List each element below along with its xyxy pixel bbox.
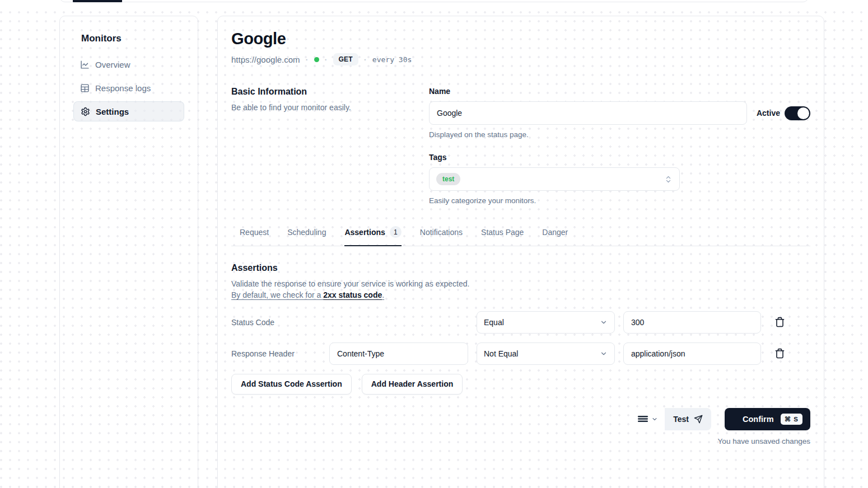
basic-information-description: Be able to find your monitor easily.	[231, 102, 429, 113]
monitors-sidebar: Monitors Overview Response logs Settings	[59, 16, 198, 488]
assertions-count-badge: 1	[390, 226, 402, 238]
monitor-title: Google	[231, 30, 810, 48]
region-selector[interactable]	[631, 408, 665, 430]
status-dot	[314, 57, 319, 62]
delete-assertion-button[interactable]	[769, 344, 790, 364]
chevron-down-icon	[651, 416, 658, 423]
basic-information-section: Basic Information Be able to find your m…	[231, 87, 810, 205]
tag-pill: test	[436, 173, 460, 185]
previous-card-bottom-edge	[59, 0, 809, 2]
sidebar-item-settings[interactable]: Settings	[73, 101, 184, 121]
monitor-meta: https://google.com · · GET · every 30s	[231, 53, 810, 65]
sidebar-title: Monitors	[81, 33, 184, 44]
basic-information-heading: Basic Information	[231, 87, 429, 97]
delete-assertion-button[interactable]	[769, 312, 790, 332]
form-actions: Test Confirm ⌘ S	[231, 408, 810, 430]
chevron-down-icon	[600, 318, 608, 326]
sidebar-item-label: Overview	[95, 60, 130, 69]
unsaved-changes-text: You have unsaved changes	[231, 437, 810, 445]
assertion-row-response-header: Response Header Not Equal	[231, 342, 810, 365]
meta-separator: ·	[364, 55, 367, 64]
table-icon	[80, 83, 90, 93]
confirm-button[interactable]: Confirm ⌘ S	[725, 408, 810, 430]
default-check-text: By default, we check for a	[231, 290, 323, 299]
tags-select[interactable]: test	[429, 167, 680, 191]
assertion-type-label: Status Code	[231, 318, 321, 327]
assertion-row-status-code: Status Code Equal	[231, 311, 810, 334]
sidebar-item-label: Response logs	[95, 83, 151, 93]
top-cutoff-strip	[0, 0, 868, 6]
settings-tabbar: Request Scheduling Assertions 1 Notifica…	[231, 220, 810, 246]
add-status-code-assertion-button[interactable]: Add Status Code Assertion	[231, 374, 352, 395]
toggle-knob	[797, 107, 809, 119]
comparator-select[interactable]: Not Equal	[477, 342, 615, 365]
chevron-down-icon	[600, 350, 608, 358]
tags-label: Tags	[429, 153, 810, 162]
trash-icon	[774, 317, 785, 327]
header-key-input[interactable]	[329, 342, 468, 365]
region-flag-icon	[637, 415, 648, 423]
test-button-group: Test	[631, 408, 711, 430]
name-input[interactable]	[429, 101, 747, 125]
assertions-panel: Assertions Validate the response to ensu…	[231, 263, 810, 395]
sidebar-item-label: Settings	[96, 107, 129, 116]
assertions-description: Validate the response to ensure your ser…	[231, 278, 810, 301]
comparator-select[interactable]: Equal	[477, 311, 615, 334]
assertions-heading: Assertions	[231, 263, 810, 273]
assertion-value-input[interactable]	[623, 311, 761, 334]
frequency-text: every 30s	[372, 55, 412, 64]
tags-help-text: Easily categorize your monitors.	[429, 196, 810, 205]
name-help-text: Displayed on the status page.	[429, 130, 810, 139]
tab-request[interactable]: Request	[240, 220, 269, 246]
active-tab-indicator	[73, 0, 122, 2]
meta-separator: ·	[306, 55, 309, 64]
monitor-url: https://google.com	[231, 55, 300, 64]
line-chart-icon	[80, 60, 90, 69]
tab-scheduling[interactable]: Scheduling	[287, 220, 326, 246]
tab-notifications[interactable]: Notifications	[420, 220, 463, 246]
tab-assertions[interactable]: Assertions 1	[344, 220, 401, 246]
add-header-assertion-button[interactable]: Add Header Assertion	[362, 374, 463, 395]
chevrons-up-down-icon	[664, 175, 673, 184]
sidebar-item-overview[interactable]: Overview	[73, 54, 184, 74]
tab-status-page[interactable]: Status Page	[481, 220, 524, 246]
test-button[interactable]: Test	[665, 408, 711, 430]
active-label: Active	[757, 109, 780, 118]
assertion-type-label: Response Header	[231, 349, 321, 358]
assertion-value-input[interactable]	[623, 342, 761, 365]
meta-separator: ·	[325, 55, 328, 64]
send-icon	[694, 415, 703, 424]
sidebar-item-response-logs[interactable]: Response logs	[73, 78, 184, 98]
name-label: Name	[429, 87, 810, 96]
tab-danger[interactable]: Danger	[542, 220, 568, 246]
monitor-settings-card: Google https://google.com · · GET · ever…	[217, 16, 824, 488]
trash-icon	[774, 348, 785, 359]
gear-icon	[81, 107, 90, 116]
method-badge: GET	[333, 53, 358, 65]
status-code-emphasis: 2xx status code	[323, 290, 382, 299]
keyboard-shortcut-badge: ⌘ S	[781, 414, 802, 425]
active-toggle[interactable]	[785, 106, 810, 120]
